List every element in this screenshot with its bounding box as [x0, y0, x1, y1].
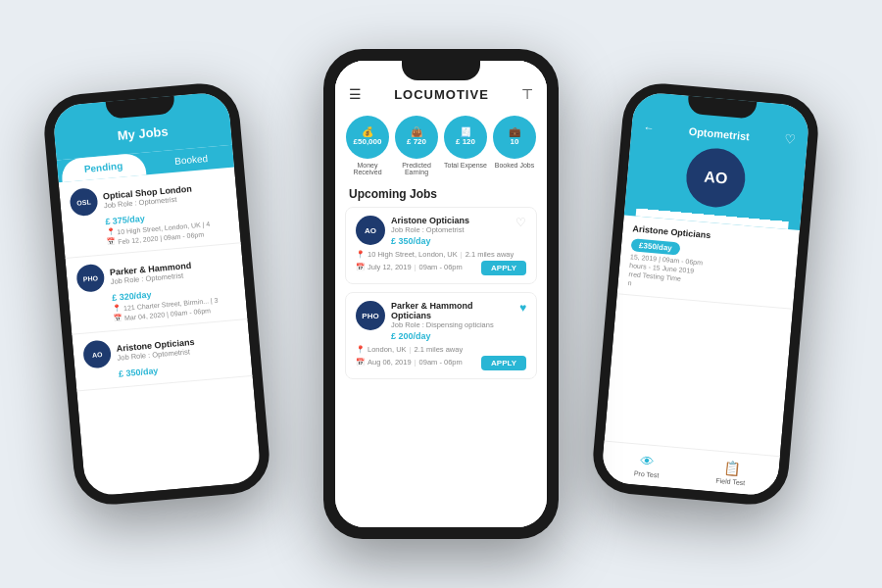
apply-button-0[interactable]: APPLY	[481, 261, 526, 275]
right-tab-protest[interactable]: 👁 Pro Test	[634, 452, 662, 478]
center-date-0: 📅 July 12, 2019 | 09am - 06pm	[356, 263, 463, 271]
right-phone: ← Optometrist ♡ AO Aristone Opticians £3…	[590, 80, 821, 508]
booked-icon: 💼	[509, 127, 520, 137]
center-job-role-0: Job Role : Optometrist	[391, 225, 510, 234]
money-icon: 💰	[362, 127, 373, 137]
center-date-row-0: 📅 July 12, 2019 | 09am - 06pm APPLY	[356, 261, 526, 275]
center-job-info-1: Parker & Hammond Opticians Job Role : Di…	[391, 301, 514, 341]
right-company-card[interactable]: Aristone Opticians £350/day 15, 2019 | 0…	[617, 215, 800, 309]
right-content: ← Optometrist ♡ AO Aristone Opticians £3…	[601, 91, 810, 497]
calendar-icon-0: 📅	[107, 237, 117, 246]
location-icon-1: 📍	[113, 304, 122, 313]
heart-icon-1[interactable]: ♥	[519, 301, 526, 315]
protest-icon: 👁	[640, 453, 655, 469]
stat-booked-label: Booked Jobs	[495, 162, 534, 169]
center-address-0: 📍 10 High Street, London, UK | 2.1 miles…	[356, 250, 526, 259]
hamburger-icon[interactable]: ☰	[349, 86, 362, 102]
right-header-title: Optometrist	[688, 124, 750, 141]
center-job-card-0[interactable]: AO Aristone Opticians Job Role : Optomet…	[345, 207, 537, 284]
stat-expense-value: £ 120	[456, 137, 475, 147]
left-avatar-0: OSL	[69, 187, 98, 217]
center-phone-inner: ☰ LOCUMOTIVE ⊤ 💰 £50,000 Money Received …	[335, 61, 547, 527]
stat-expense-label: Total Expense	[444, 162, 487, 169]
earning-icon: 👜	[411, 127, 422, 137]
right-bottom-tabs: 👁 Pro Test 📋 Field Test	[601, 441, 780, 498]
app-logo: LOCUMOTIVE	[394, 87, 489, 102]
location-icon-0: 📍	[106, 227, 116, 236]
right-phone-inner: ← Optometrist ♡ AO Aristone Opticians £3…	[601, 91, 810, 497]
center-date-1: 📅 Aug 06, 2019 | 09am - 06pm	[356, 358, 463, 367]
center-job-rate-0: £ 350/day	[391, 236, 510, 246]
cal-icon-c0: 📅	[356, 263, 365, 271]
center-address-1: 📍 London, UK | 2.1 miles away	[356, 345, 526, 354]
left-content: My Jobs Pending Booked OSL Optical Shop …	[52, 91, 262, 497]
stat-money: 💰 £50,000 Money Received	[346, 116, 389, 175]
stat-circle-earning: 👜 £ 720	[395, 116, 438, 159]
left-avatar-1: PHO	[75, 264, 105, 293]
loc-icon-c0: 📍	[356, 250, 365, 259]
stats-row: 💰 £50,000 Money Received 👜 £ 720 Predict…	[335, 110, 547, 183]
calendar-icon-1: 📅	[114, 314, 123, 322]
loc-icon-c1: 📍	[356, 345, 365, 354]
stat-booked-value: 10	[511, 137, 519, 147]
fieldtest-icon: 📋	[722, 460, 740, 476]
my-jobs-title: My Jobs	[117, 123, 169, 142]
stat-money-value: £50,000	[354, 137, 382, 147]
stat-earning: 👜 £ 720 Predicted Earning	[395, 116, 438, 175]
center-content: ☰ LOCUMOTIVE ⊤ 💰 £50,000 Money Received …	[335, 61, 547, 527]
center-date-row-1: 📅 Aug 06, 2019 | 09am - 06pm APPLY	[356, 356, 526, 370]
expense-icon: 🧾	[460, 127, 471, 137]
stat-booked: 💼 10 Booked Jobs	[493, 116, 536, 175]
center-job-card-1[interactable]: PHO Parker & Hammond Opticians Job Role …	[345, 292, 537, 379]
stat-earning-label: Predicted Earning	[395, 162, 438, 175]
center-avatar-1: PHO	[356, 301, 385, 330]
stat-money-label: Money Received	[346, 162, 389, 175]
heart-icon-0[interactable]: ♡	[515, 216, 526, 229]
right-avatar-large: AO	[684, 146, 748, 210]
stat-circle-money: 💰 £50,000	[346, 116, 389, 159]
left-phone: My Jobs Pending Booked OSL Optical Shop …	[41, 80, 272, 508]
stat-earning-value: £ 720	[407, 137, 426, 147]
right-back-icon[interactable]: ←	[643, 121, 655, 133]
stat-circle-booked: 💼 10	[493, 116, 536, 159]
center-avatar-0: AO	[356, 216, 385, 245]
cal-icon-c1: 📅	[356, 358, 365, 367]
filter-icon[interactable]: ⊤	[521, 86, 533, 102]
stat-circle-expense: 🧾 £ 120	[444, 116, 487, 159]
left-avatar-2: AO	[82, 339, 112, 368]
stat-expense: 🧾 £ 120 Total Expense	[444, 116, 487, 175]
center-job-name-0: Aristone Opticians	[391, 216, 510, 225]
left-phone-inner: My Jobs Pending Booked OSL Optical Shop …	[52, 91, 262, 497]
right-heart-icon[interactable]: ♡	[783, 131, 796, 147]
center-phone: ☰ LOCUMOTIVE ⊤ 💰 £50,000 Money Received …	[323, 49, 559, 539]
center-job-rate-1: £ 200/day	[391, 331, 514, 341]
right-tab-fieldtest[interactable]: 📋 Field Test	[715, 460, 747, 487]
center-job-role-1: Job Role : Dispensing opticians	[391, 320, 514, 329]
center-notch	[402, 61, 480, 80]
upcoming-title: Upcoming Jobs	[335, 183, 547, 207]
apply-button-1[interactable]: APPLY	[481, 356, 526, 370]
center-job-info-0: Aristone Opticians Job Role : Optometris…	[391, 216, 510, 246]
center-job-name-1: Parker & Hammond Opticians	[391, 301, 514, 320]
